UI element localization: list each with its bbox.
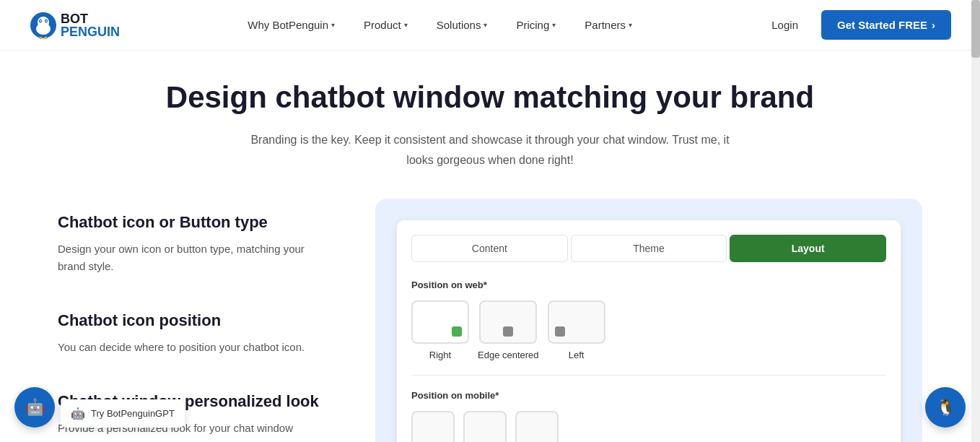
svg-rect-7 xyxy=(39,37,43,39)
chat-fab-right[interactable]: 🐧 xyxy=(925,387,966,428)
logo-icon xyxy=(29,11,58,40)
svg-rect-8 xyxy=(44,37,48,39)
position-web-label: Position on web* xyxy=(411,280,886,290)
chat-tooltip-text: Try BotPenguinGPT xyxy=(91,408,175,419)
mob-box-left xyxy=(515,411,559,442)
arrow-icon: › xyxy=(932,19,935,31)
bot-icon: 🤖 xyxy=(71,407,85,420)
mob-box-center xyxy=(463,411,507,442)
feature-icon-position: Chatbot icon position You can decide whe… xyxy=(58,311,332,356)
position-mobile-options xyxy=(411,411,886,442)
nav-item-product[interactable]: Product ▾ xyxy=(352,13,419,37)
scrollbar-thumb[interactable] xyxy=(971,0,980,58)
tab-row: Content Theme Layout xyxy=(411,235,886,262)
hero-section: Design chatbot window matching your bran… xyxy=(0,79,980,199)
tab-layout[interactable]: Layout xyxy=(730,235,886,262)
pos-box-center xyxy=(479,300,537,344)
pos-indicator-right xyxy=(452,326,462,337)
nav-item-why[interactable]: Why BotPenguin ▾ xyxy=(236,13,346,37)
pos-box-left xyxy=(548,300,605,344)
nav-item-partners[interactable]: Partners ▾ xyxy=(573,13,644,37)
pos-indicator-center xyxy=(503,326,513,337)
chevron-down-icon: ▾ xyxy=(331,21,335,29)
chevron-down-icon: ▾ xyxy=(629,21,632,29)
nav-item-solutions[interactable]: Solutions ▾ xyxy=(425,13,499,37)
right-column: Content Theme Layout Position on web* Ri… xyxy=(375,199,922,442)
position-web-options: Right Edge centered xyxy=(411,300,886,360)
navbar: BOTPENGUIN Why BotPenguin ▾ Product ▾ So… xyxy=(0,0,980,51)
chat-fab-icon-left: 🤖 xyxy=(25,398,45,417)
svg-point-6 xyxy=(36,23,51,35)
nav-links: Why BotPenguin ▾ Product ▾ Solutions ▾ P… xyxy=(236,13,644,37)
feature-title-2: Chatbot icon position xyxy=(58,311,332,330)
login-button[interactable]: Login xyxy=(760,13,810,37)
chat-tooltip[interactable]: 🤖 Try BotPenguinGPT xyxy=(61,399,185,428)
position-left[interactable]: Left xyxy=(548,300,605,360)
position-edge-centered[interactable]: Edge centered xyxy=(478,300,539,360)
tab-content[interactable]: Content xyxy=(411,235,568,262)
tab-theme[interactable]: Theme xyxy=(571,235,727,262)
mobile-position-left[interactable] xyxy=(515,411,559,442)
position-right[interactable]: Right xyxy=(411,300,469,360)
svg-point-5 xyxy=(45,20,47,22)
main-content: Design chatbot window matching your bran… xyxy=(0,51,980,442)
feature-desc-1: Design your own icon or button type, mat… xyxy=(58,240,332,275)
feature-desc-2: You can decide where to position your ch… xyxy=(58,339,332,356)
chat-fab-icon-right: 🐧 xyxy=(936,398,955,417)
chevron-down-icon: ▾ xyxy=(404,21,408,29)
pos-label-left: Left xyxy=(569,350,585,360)
chevron-down-icon: ▾ xyxy=(552,21,556,29)
feature-title-1: Chatbot icon or Button type xyxy=(58,213,332,232)
widget-inner: Content Theme Layout Position on web* Ri… xyxy=(397,220,901,442)
scrollbar-track[interactable] xyxy=(971,0,980,442)
hero-subtitle: Branding is the key. Keep it consistent … xyxy=(237,130,743,169)
logo-wordmark: BOTPENGUIN xyxy=(61,12,120,38)
mobile-position-center[interactable] xyxy=(463,411,507,442)
logo[interactable]: BOTPENGUIN xyxy=(29,11,120,40)
pos-label-center: Edge centered xyxy=(478,350,539,360)
position-mobile-label: Position on mobile* xyxy=(411,390,886,401)
pos-indicator-left xyxy=(555,326,565,337)
widget-panel: Content Theme Layout Position on web* Ri… xyxy=(375,199,922,442)
mobile-position-right[interactable] xyxy=(411,411,455,442)
mob-box-right xyxy=(411,411,455,442)
feature-icon-type: Chatbot icon or Button type Design your … xyxy=(58,213,332,275)
pos-box-right xyxy=(411,300,469,344)
divider xyxy=(411,375,886,376)
chat-fab-left[interactable]: 🤖 xyxy=(14,387,55,428)
chevron-down-icon: ▾ xyxy=(484,21,487,29)
pos-label-right: Right xyxy=(429,350,451,360)
nav-item-pricing[interactable]: Pricing ▾ xyxy=(504,13,567,37)
svg-point-4 xyxy=(40,20,41,22)
hero-title: Design chatbot window matching your bran… xyxy=(29,79,951,116)
get-started-button[interactable]: Get Started FREE › xyxy=(821,10,951,40)
